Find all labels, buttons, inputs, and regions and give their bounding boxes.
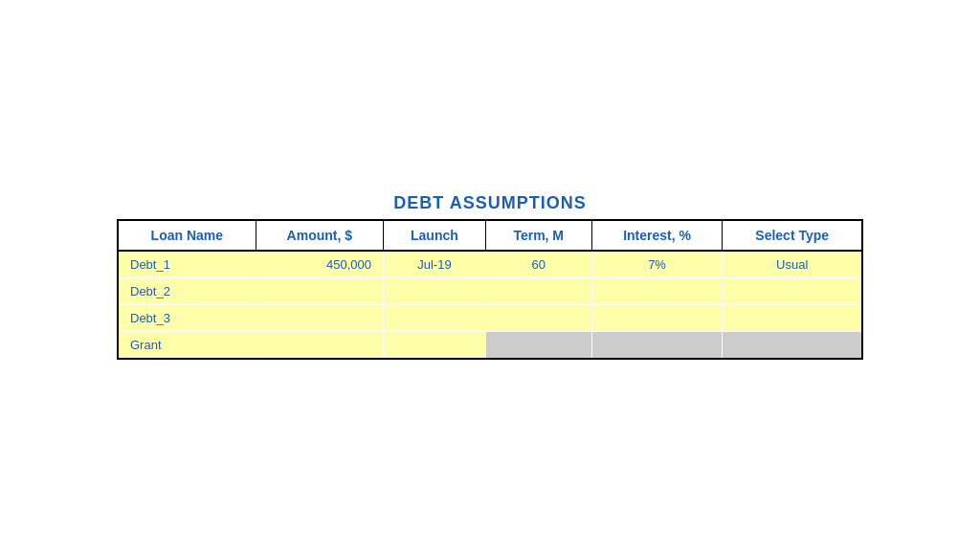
col-header-interest: Interest, % — [591, 220, 723, 251]
table-cell — [485, 304, 591, 331]
col-header-amount: Amount, $ — [256, 220, 383, 251]
col-header-loan-name: Loan Name — [118, 220, 256, 251]
table-cell: Debt_2 — [118, 277, 256, 304]
table-row: Grant — [118, 331, 862, 359]
table-cell: Jul-19 — [384, 251, 486, 278]
table-cell — [485, 277, 591, 304]
table-cell — [256, 304, 383, 331]
table-cell — [384, 304, 486, 331]
table-cell: 60 — [485, 251, 591, 278]
col-header-term: Term, M — [485, 220, 591, 251]
table-row: Debt_3 — [118, 304, 862, 331]
table-cell[interactable]: Usual — [723, 251, 862, 278]
table-row: Debt_2 — [118, 277, 862, 304]
table-cell: 450,000 — [256, 251, 383, 278]
table-cell — [723, 331, 862, 359]
table-cell: Debt_1 — [118, 251, 256, 278]
table-cell: 7% — [591, 251, 723, 278]
table-row: Debt_1450,000Jul-19607%Usual — [118, 251, 862, 278]
col-header-select-type: Select Type — [723, 220, 862, 251]
table-cell — [384, 277, 486, 304]
table-header-row: Loan Name Amount, $ Launch Term, M Inter… — [118, 220, 862, 251]
debt-assumptions-table: Loan Name Amount, $ Launch Term, M Inter… — [117, 219, 863, 360]
table-cell — [591, 331, 723, 359]
table-cell — [485, 331, 591, 359]
col-header-launch: Launch — [384, 220, 486, 251]
table-title: DEBT ASSUMPTIONS — [393, 193, 586, 213]
page-container: DEBT ASSUMPTIONS Loan Name Amount, $ Lau… — [0, 0, 980, 552]
table-cell — [384, 331, 486, 359]
table-cell: Grant — [118, 331, 256, 359]
table-cell — [723, 304, 862, 331]
table-cell — [256, 331, 383, 359]
table-cell — [591, 304, 723, 331]
table-cell: Debt_3 — [118, 304, 256, 331]
table-cell — [591, 277, 723, 304]
table-cell — [723, 277, 862, 304]
table-cell — [256, 277, 383, 304]
